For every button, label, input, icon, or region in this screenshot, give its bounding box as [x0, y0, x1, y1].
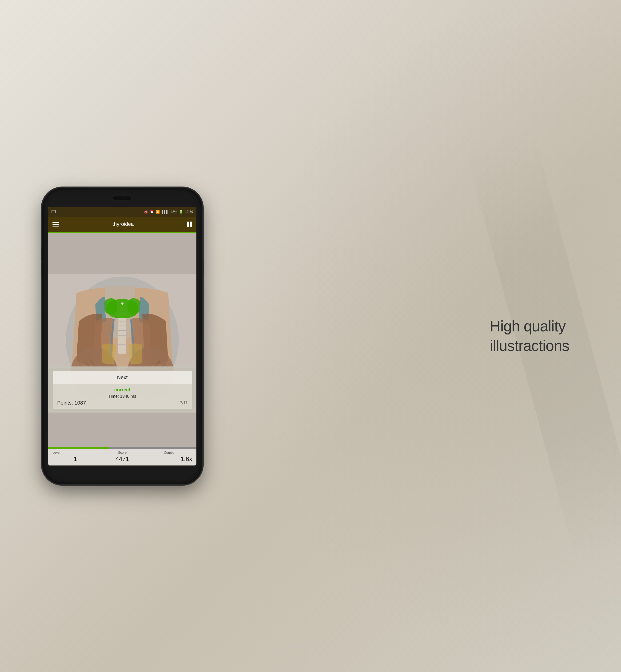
volume-up-button — [41, 247, 42, 260]
clock: 19:39 — [185, 210, 193, 214]
next-overlay: Next correct Time: 1340 ms Points: 1087 … — [48, 367, 196, 413]
points-text: Points: 1087 — [57, 400, 86, 406]
pause-bar-1 — [187, 221, 189, 227]
time-text: Time: 1340 ms — [57, 394, 188, 399]
svg-point-11 — [121, 302, 124, 305]
score-value: 4471 — [99, 455, 145, 463]
points-row: Points: 1087 7/17 — [57, 400, 188, 406]
hamburger-line-2 — [52, 224, 59, 225]
mute-icon: 🔇 — [144, 210, 148, 214]
pause-button[interactable] — [187, 221, 192, 227]
level-label: Level — [52, 451, 98, 454]
level-value: 1 — [52, 455, 98, 463]
phone-body: 🔇 ⏰ 📶 ▌▌▌ 48% 🔋 19:39 thyroidea — [42, 188, 202, 484]
status-bar: 🔇 ⏰ 📶 ▌▌▌ 48% 🔋 19:39 — [48, 207, 196, 217]
volume-down-button — [41, 263, 42, 276]
promo-text: High quality illustractions — [490, 317, 569, 355]
battery-icon: 🔋 — [179, 210, 183, 214]
app-bar: thyroidea — [48, 217, 196, 233]
status-right: 🔇 ⏰ 📶 ▌▌▌ 48% 🔋 19:39 — [144, 210, 193, 214]
progress-label: 7/17 — [180, 401, 188, 405]
power-button — [203, 258, 204, 275]
wifi-icon: 📶 — [156, 210, 160, 214]
pause-bar-2 — [190, 221, 192, 227]
hamburger-line-3 — [52, 226, 59, 226]
signal-icon: ▌▌▌ — [162, 210, 169, 214]
phone-screen: 🔇 ⏰ 📶 ▌▌▌ 48% 🔋 19:39 thyroidea — [48, 207, 196, 465]
alarm-icon: ⏰ — [150, 210, 154, 214]
anatomy-svg — [48, 233, 196, 447]
app-title: thyroidea — [113, 221, 134, 227]
menu-button[interactable] — [52, 222, 59, 226]
phone-speaker — [113, 196, 132, 200]
status-left — [51, 210, 56, 213]
hamburger-line-1 — [52, 222, 59, 223]
combo-value: 1.6x — [146, 455, 192, 463]
image-icon — [51, 210, 56, 213]
progress-bar — [48, 447, 196, 449]
promo-line1: High quality — [490, 317, 569, 336]
svg-rect-3 — [118, 312, 126, 354]
score-label: Score — [99, 451, 145, 454]
correct-label: correct — [57, 387, 188, 392]
promo-line2: illustractions — [490, 336, 569, 355]
progress-bar-fill — [48, 447, 110, 449]
combo-label: Combo — [146, 451, 192, 454]
battery-text: 48% — [170, 210, 177, 214]
phone-device: 🔇 ⏰ 📶 ▌▌▌ 48% 🔋 19:39 thyroidea — [42, 188, 202, 484]
anatomy-image-area: Next correct Time: 1340 ms Points: 1087 … — [48, 233, 196, 447]
result-area: correct Time: 1340 ms Points: 1087 7/17 — [53, 384, 192, 409]
next-button[interactable]: Next — [53, 371, 192, 384]
stats-bar: Level Score Combo 1 4471 1.6x — [48, 449, 196, 465]
